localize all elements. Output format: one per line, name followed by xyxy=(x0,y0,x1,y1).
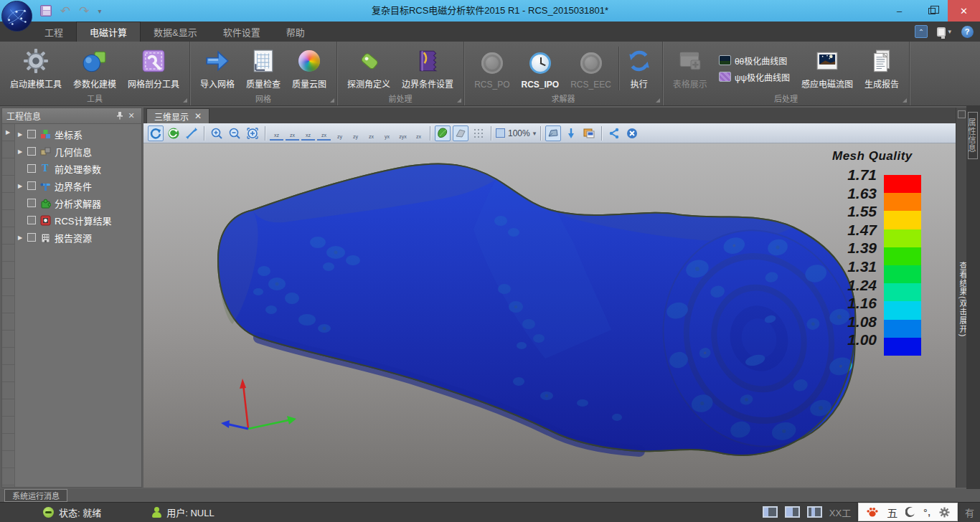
close-circle-button[interactable] xyxy=(624,125,640,141)
ime-mode-label[interactable]: 五 xyxy=(887,505,897,520)
quality-check-button[interactable]: 质量检查 xyxy=(240,44,286,93)
rcs-eec-button[interactable]: RCS_EEC xyxy=(565,44,617,93)
share-button[interactable] xyxy=(606,125,622,141)
status-state: 状态: 就绪 xyxy=(43,506,101,519)
view-iso2-button[interactable]: yx xyxy=(380,126,394,141)
expander-icon[interactable]: ▶ xyxy=(17,131,24,138)
mesh-tool-button[interactable]: 网格剖分工具 xyxy=(122,44,185,93)
minimize-button[interactable]: – xyxy=(883,0,915,22)
ime-punct-icon[interactable]: °, xyxy=(923,507,931,518)
tree-item-solver[interactable]: 分析求解器 xyxy=(15,194,141,212)
theta-curve-button[interactable]: θθ极化曲线图 xyxy=(719,54,790,67)
expander-icon[interactable]: ▶ xyxy=(17,234,24,241)
collapse-ribbon-icon[interactable]: ⌃ xyxy=(914,24,928,39)
grid-mode-button[interactable] xyxy=(471,125,486,141)
param-modeling-button[interactable]: 参数化建模 xyxy=(67,44,122,93)
zoom-extents-button[interactable] xyxy=(245,125,260,141)
psi-curve-button[interactable]: ψψ极化曲线图 xyxy=(719,71,790,83)
boundary-setting-button[interactable]: 边界条件设置 xyxy=(396,44,459,93)
probe-angle-button[interactable]: 探测角定义 xyxy=(341,44,396,93)
checkbox[interactable] xyxy=(27,233,36,242)
view-zx2-button[interactable]: zx xyxy=(317,126,331,141)
checkbox[interactable] xyxy=(27,199,36,207)
table-show-button[interactable]: 表格展示 xyxy=(667,44,713,93)
plane-mode-button[interactable] xyxy=(453,125,468,141)
tree-item-geometry[interactable]: ▶ 几何信息 xyxy=(15,143,141,160)
project-panel-header: 工程信息 ✕ xyxy=(2,108,141,124)
zoom-out-button[interactable] xyxy=(227,125,242,141)
checkbox[interactable] xyxy=(27,164,36,173)
tree-item-coordinate[interactable]: ▶ 坐标系 xyxy=(15,125,141,143)
strip-button[interactable] xyxy=(958,110,966,118)
expander-icon[interactable]: ▶ xyxy=(17,148,24,155)
view-iso1-button[interactable]: zx xyxy=(364,126,378,141)
legend-value: 1.55 xyxy=(832,202,877,221)
surface-select-button[interactable] xyxy=(545,125,561,141)
down-arrow-button[interactable] xyxy=(563,125,579,141)
menu-tab-project[interactable]: 工程 xyxy=(32,22,76,42)
property-info-tab[interactable]: 属性信息 xyxy=(968,112,978,159)
menu-tab-help[interactable]: 帮助 xyxy=(273,22,318,42)
zoom-level-icon xyxy=(496,128,505,138)
quality-cloud-button[interactable]: 质量云图 xyxy=(286,44,332,93)
display-style-icon[interactable]: ▾ xyxy=(937,24,951,39)
launch-modeler-button[interactable]: 启动建模工具 xyxy=(4,44,67,93)
panel-close-icon[interactable]: ✕ xyxy=(126,111,137,120)
viewport-tab-3d[interactable]: 三维显示 ✕ xyxy=(146,108,209,123)
gen-report-button[interactable]: 生成报告 xyxy=(859,44,905,93)
system-messages-tab[interactable]: 系统运行消息 xyxy=(4,489,67,502)
import-mesh-button[interactable]: 导入网格 xyxy=(194,44,240,93)
layout-left-icon[interactable] xyxy=(763,506,778,518)
sync-view-button[interactable] xyxy=(166,125,182,141)
menu-tab-em-compute[interactable]: 电磁计算 xyxy=(76,22,141,42)
solver-separator xyxy=(618,47,619,90)
shaded-mode-button[interactable] xyxy=(435,125,451,141)
ime-paw-icon[interactable] xyxy=(866,506,879,518)
rotate-view-button[interactable] xyxy=(148,125,164,141)
gutter-arrow-icon[interactable]: ▶ xyxy=(2,124,14,136)
checkbox[interactable] xyxy=(27,216,36,224)
view-iso3-button[interactable]: zyx xyxy=(396,126,410,141)
execute-button[interactable]: 执行 xyxy=(621,44,658,93)
zoom-in-button[interactable] xyxy=(209,125,225,141)
tab-close-icon[interactable]: ✕ xyxy=(194,111,202,121)
help-icon[interactable]: ? xyxy=(960,24,974,39)
view-zx-button[interactable]: zx xyxy=(286,126,299,141)
restore-button[interactable] xyxy=(915,0,948,22)
rcs-ipo-button[interactable]: RCS_IPO xyxy=(515,44,565,93)
layout-wide-icon[interactable] xyxy=(785,506,800,518)
view-zy-button[interactable]: zy xyxy=(333,126,347,141)
legend-value: 1.63 xyxy=(832,184,877,203)
3d-canvas[interactable]: Mesh Quality 1.71 1.63 1.55 1.47 1.39 1.… xyxy=(143,143,956,488)
ime-moon-icon[interactable] xyxy=(905,507,915,518)
menu-tab-settings[interactable]: 软件设置 xyxy=(210,22,273,42)
chevron-down-icon: ▾ xyxy=(533,130,537,137)
menu-tab-data-display[interactable]: 数据&显示 xyxy=(141,22,210,42)
em-flow-button[interactable]: 感应电磁流图 xyxy=(796,44,859,93)
view-zy2-button[interactable]: zy xyxy=(349,126,362,141)
layout-right-icon[interactable] xyxy=(807,506,822,518)
zoom-level-control[interactable]: 100% ▾ xyxy=(496,128,536,138)
status-ready-icon xyxy=(43,507,54,518)
rcs-po-button[interactable]: RCS_PO xyxy=(468,44,515,93)
checkbox[interactable] xyxy=(27,130,36,138)
export-image-button[interactable] xyxy=(581,125,597,141)
status-state-text: 状态: 就绪 xyxy=(59,506,101,519)
view-iso4-button[interactable]: zx xyxy=(412,126,425,141)
expander-icon[interactable]: ▶ xyxy=(17,183,24,189)
checkbox[interactable] xyxy=(27,181,36,190)
close-button[interactable]: ✕ xyxy=(948,0,980,22)
status-bar-right: XX工 五 °, 有 xyxy=(763,502,974,522)
pin-icon[interactable] xyxy=(114,111,126,121)
tree-item-boundary[interactable]: ▶ 边界条件 xyxy=(15,177,141,194)
tree-item-preprocess-params[interactable]: T 前处理参数 xyxy=(15,160,141,177)
view-xz-button[interactable]: xz xyxy=(270,126,283,141)
ime-settings-gear-icon[interactable] xyxy=(939,507,950,518)
book-icon xyxy=(415,48,440,74)
checkbox[interactable] xyxy=(27,147,36,156)
tree-item-rcs-results[interactable]: RCS计算结果 xyxy=(15,212,141,229)
view-xz2-button[interactable]: xz xyxy=(301,126,315,141)
tree-item-report-resources[interactable]: ▶ 报告资源 xyxy=(15,229,141,246)
pan-view-button[interactable] xyxy=(184,125,199,141)
group-label-tools: 工具 xyxy=(0,93,189,105)
